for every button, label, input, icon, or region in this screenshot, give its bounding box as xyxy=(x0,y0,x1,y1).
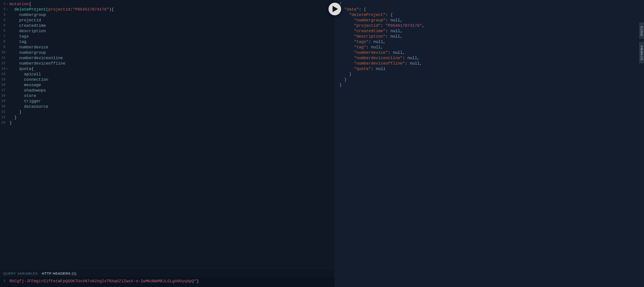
fold-toggle xyxy=(336,72,339,77)
code-line[interactable]: 20 datasource xyxy=(0,104,334,109)
code-line[interactable]: 3 numbergroup xyxy=(0,12,334,18)
code-content[interactable]: createdtime xyxy=(10,23,334,28)
docs-tab[interactable]: DOCS xyxy=(639,22,644,39)
response-line: ▾ "data": { xyxy=(335,7,644,12)
code-line[interactable]: 22 } xyxy=(0,115,334,120)
code-content[interactable]: tag xyxy=(10,39,334,44)
schema-tab[interactable]: SCHEMA xyxy=(639,42,644,64)
code-content[interactable]: } xyxy=(10,109,334,115)
code-line[interactable]: 11 numberdeviceonline xyxy=(0,55,334,61)
code-line[interactable]: 1▾mutation{ xyxy=(0,1,334,7)
code-line[interactable]: 16 message xyxy=(0,82,334,88)
line-number: 15 xyxy=(0,77,6,82)
code-content[interactable]: apicall xyxy=(10,72,334,77)
bottom-panel: QUERY VARIABLES HTTP HEADERS (1) 1RkCgfj… xyxy=(0,268,334,287)
fold-toggle xyxy=(336,39,339,44)
code-line[interactable]: 15 connection xyxy=(0,77,334,82)
query-editor[interactable]: 1▾mutation{2▾ deleteProject(projectid:"P… xyxy=(0,0,334,268)
fold-toggle xyxy=(336,34,339,39)
execute-button[interactable] xyxy=(328,2,342,16)
code-line[interactable]: 6 description xyxy=(0,28,334,34)
code-line[interactable]: 7 tags xyxy=(0,34,334,39)
code-content[interactable]: description xyxy=(10,28,334,34)
response-viewer[interactable]: ▾{▾ "data": {▾ "deleteProject": { "numbe… xyxy=(335,0,644,89)
code-content[interactable]: numberdeviceoffline xyxy=(10,61,334,66)
fold-toggle xyxy=(336,77,339,82)
code-content[interactable]: datasource xyxy=(10,104,334,109)
fold-toggle xyxy=(6,28,10,34)
fold-toggle xyxy=(6,115,10,120)
code-line[interactable]: 2▾ deleteProject(projectid:"P95451787417… xyxy=(0,7,334,12)
code-line[interactable]: 8 tag xyxy=(0,39,334,44)
code-content[interactable]: message xyxy=(10,82,334,88)
code-content[interactable]: numbergroup xyxy=(10,12,334,18)
line-number: 16 xyxy=(0,82,6,88)
code-content[interactable]: mutation{ xyxy=(10,1,334,7)
code-content[interactable]: deleteProject(projectid:"P954517874176")… xyxy=(10,7,334,12)
fold-toggle xyxy=(6,18,10,23)
fold-toggle xyxy=(6,12,10,18)
code-content[interactable]: } xyxy=(10,115,334,120)
code-line[interactable]: 14 apicall xyxy=(0,72,334,77)
fold-toggle xyxy=(6,39,10,44)
code-content[interactable]: tags xyxy=(10,34,334,39)
svg-marker-0 xyxy=(332,6,338,12)
code-line[interactable]: 5 createdtime xyxy=(0,23,334,28)
line-number: 12 xyxy=(0,61,6,66)
code-line[interactable]: 18 store xyxy=(0,93,334,98)
tab-http-headers[interactable]: HTTP HEADERS (1) xyxy=(42,272,76,275)
response-line: "projectid": "P954517874176", xyxy=(335,23,644,28)
fold-toggle xyxy=(6,23,10,28)
code-line[interactable]: 4 projectid xyxy=(0,18,334,23)
code-line[interactable]: 19 trigger xyxy=(0,98,334,104)
fold-toggle xyxy=(336,55,339,61)
code-content[interactable]: projectid xyxy=(10,18,334,23)
fold-toggle xyxy=(6,109,10,115)
line-number: 22 xyxy=(0,115,6,120)
fold-toggle[interactable]: ▾ xyxy=(6,7,10,12)
code-content[interactable]: quota{ xyxy=(10,66,334,72)
line-number: 9 xyxy=(0,44,6,50)
tab-query-variables[interactable]: QUERY VARIABLES xyxy=(3,272,38,275)
fold-toggle[interactable]: ▾ xyxy=(6,66,10,72)
code-content[interactable]: numbergroup xyxy=(10,50,334,55)
code-content[interactable]: numberdevice xyxy=(10,44,334,50)
fold-toggle xyxy=(336,28,339,34)
code-line[interactable]: 21 } xyxy=(0,109,334,115)
fold-toggle xyxy=(336,50,339,55)
code-line[interactable]: 13▾ quota{ xyxy=(0,66,334,72)
fold-toggle xyxy=(6,61,10,66)
fold-toggle[interactable]: ▾ xyxy=(6,1,10,7)
fold-toggle xyxy=(6,50,10,55)
fold-toggle xyxy=(6,34,10,39)
fold-toggle xyxy=(6,82,10,88)
code-content[interactable]: RkCgfj-JFFmgirE1fFetWFpQGOKTUsVN7vN2VgIv… xyxy=(10,278,334,284)
headers-editor[interactable]: 1RkCgfj-JFFmgirE1fFetWFpQGOKTUsVN7vN2VgI… xyxy=(0,277,334,287)
line-number: 18 xyxy=(0,93,6,98)
line-number: 14 xyxy=(0,72,6,77)
fold-toggle xyxy=(336,18,339,23)
code-content[interactable]: connection xyxy=(10,77,334,82)
response-line: "createdtime": null, xyxy=(335,28,644,34)
fold-toggle xyxy=(336,23,339,28)
line-number: 4 xyxy=(0,18,6,23)
code-content[interactable]: store xyxy=(10,93,334,98)
line-number: 5 xyxy=(0,23,6,28)
code-line[interactable]: 10 numbergroup xyxy=(0,50,334,55)
response-line: "quota": null xyxy=(335,66,644,72)
line-number: 3 xyxy=(0,12,6,18)
code-content[interactable]: } xyxy=(10,120,334,126)
code-content[interactable]: numberdeviceonline xyxy=(10,55,334,61)
code-content[interactable]: trigger xyxy=(10,98,334,104)
code-line[interactable]: 23} xyxy=(0,120,334,126)
fold-toggle xyxy=(336,82,339,88)
code-line[interactable]: 1RkCgfj-JFFmgirE1fFetWFpQGOKTUsVN7vN2VgI… xyxy=(0,278,334,284)
fold-toggle xyxy=(6,278,10,284)
code-line[interactable]: 9 numberdevice xyxy=(0,44,334,50)
response-pane: ▾{▾ "data": {▾ "deleteProject": { "numbe… xyxy=(335,0,644,287)
code-line[interactable]: 12 numberdeviceoffline xyxy=(0,61,334,66)
fold-toggle xyxy=(6,55,10,61)
code-line[interactable]: 17 shadowops xyxy=(0,88,334,93)
code-content[interactable]: shadowops xyxy=(10,88,334,93)
line-number: 1 xyxy=(0,1,6,7)
